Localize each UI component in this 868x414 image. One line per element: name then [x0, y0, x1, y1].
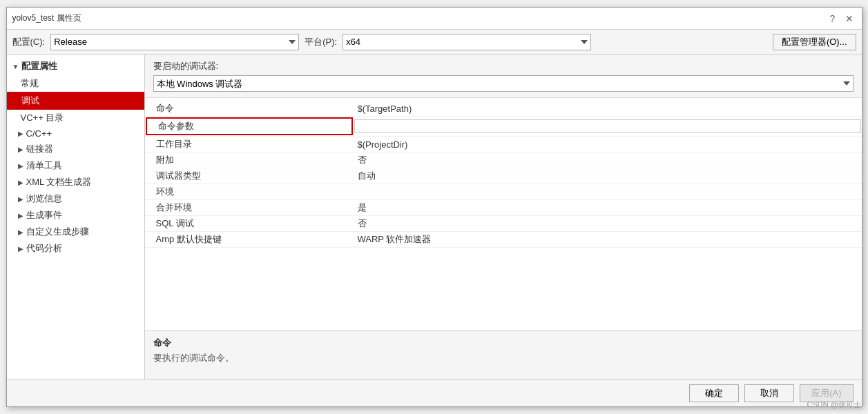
properties-table: 命令 $(TargetPath) 命令参数 工作目录 $(Project — [145, 98, 862, 331]
sidebar: ▼ 配置属性 常规 调试 VC++ 目录 ▶ C/C++ ▶ 链接器 ▶ — [7, 55, 145, 379]
sidebar-group-linker[interactable]: ▶ 链接器 — [7, 141, 144, 157]
sidebar-group-xml-doc[interactable]: ▶ XML 文档生成器 — [7, 174, 144, 190]
sidebar-header-label: 配置属性 — [21, 60, 57, 72]
prop-name-merge-env: 合并环境 — [145, 200, 352, 215]
cancel-button[interactable]: 取消 — [744, 384, 794, 402]
right-panel: 要启动的调试器: 本地 Windows 调试器 命令 $(TargetPath) — [145, 55, 862, 379]
prop-value-amp: WARP 软件加速器 — [352, 232, 862, 247]
prop-value-env — [352, 190, 862, 193]
table-row: 命令 $(TargetPath) — [145, 101, 862, 117]
prop-name-debugger-type: 调试器类型 — [145, 168, 352, 184]
debugger-select-row: 本地 Windows 调试器 — [153, 75, 853, 92]
table-row: 附加 否 — [145, 152, 862, 168]
code-analysis-arrow: ▶ — [18, 245, 23, 253]
table-row: SQL 调试 否 — [145, 216, 862, 232]
linker-arrow: ▶ — [18, 146, 23, 153]
config-manager-button[interactable]: 配置管理器(O)... — [773, 34, 856, 50]
prop-name-cmd-args: 命令参数 — [146, 117, 353, 135]
sidebar-group-custom-build[interactable]: ▶ 自定义生成步骤 — [7, 224, 144, 240]
sidebar-group-cpp[interactable]: ▶ C/C++ — [7, 126, 144, 141]
sidebar-arrow: ▼ — [12, 63, 19, 70]
title-controls: ? ✕ — [826, 12, 856, 26]
description-panel: 命令 要执行的调试命令。 — [145, 331, 862, 379]
window-title: yolov5_test 属性页 — [12, 12, 81, 24]
prop-value-cmd-args[interactable] — [354, 119, 861, 133]
cpp-arrow: ▶ — [18, 130, 23, 137]
description-title: 命令 — [153, 337, 853, 349]
xml-doc-arrow: ▶ — [18, 179, 23, 186]
config-select[interactable]: Release — [50, 34, 299, 50]
platform-select[interactable]: x64 — [343, 34, 591, 50]
table-row: 工作目录 $(ProjectDir) — [145, 137, 862, 152]
prop-value-command: $(TargetPath) — [352, 102, 862, 115]
prop-value-workdir: $(ProjectDir) — [352, 138, 862, 151]
debugger-label: 要启动的调试器: — [153, 60, 853, 72]
table-row: 环境 — [145, 184, 862, 200]
sidebar-item-general[interactable]: 常规 — [7, 75, 144, 92]
browse-arrow: ▶ — [18, 195, 23, 203]
prop-name-amp: Amp 默认快捷键 — [145, 232, 352, 247]
prop-name-sql-debug: SQL 调试 — [145, 216, 352, 231]
config-label: 配置(C): — [12, 36, 46, 48]
sidebar-item-vc-dirs[interactable]: VC++ 目录 — [7, 110, 144, 126]
prop-value-merge-env: 是 — [352, 200, 862, 215]
bottom-bar: 确定 取消 应用(A) — [7, 379, 862, 406]
help-button[interactable]: ? — [826, 12, 840, 26]
custom-build-arrow: ▶ — [18, 228, 23, 236]
title-bar: yolov5_test 属性页 ? ✕ — [7, 8, 862, 30]
watermark: CSDN @张可士 — [807, 400, 861, 410]
description-text: 要执行的调试命令。 — [153, 352, 853, 364]
sidebar-group-code-analysis[interactable]: ▶ 代码分析 — [7, 240, 144, 257]
dialog: yolov5_test 属性页 ? ✕ 配置(C): Release 平台(P)… — [6, 7, 862, 407]
sidebar-group-browse[interactable]: ▶ 浏览信息 — [7, 190, 144, 207]
debugger-select[interactable]: 本地 Windows 调试器 — [153, 75, 853, 92]
close-button[interactable]: ✕ — [842, 12, 856, 26]
prop-name-workdir: 工作目录 — [145, 137, 352, 152]
sidebar-group-build-events[interactable]: ▶ 生成事件 — [7, 207, 144, 224]
platform-label: 平台(P): — [305, 36, 337, 48]
table-row: 命令参数 — [145, 117, 862, 137]
prop-value-attach: 否 — [352, 152, 862, 168]
manifest-arrow: ▶ — [18, 162, 23, 170]
prop-name-command: 命令 — [145, 101, 352, 116]
sidebar-header[interactable]: ▼ 配置属性 — [7, 57, 144, 75]
toolbar: 配置(C): Release 平台(P): x64 配置管理器(O)... — [7, 30, 862, 55]
table-row: 合并环境 是 — [145, 200, 862, 216]
sidebar-group-manifest[interactable]: ▶ 清单工具 — [7, 157, 144, 174]
main-content: ▼ 配置属性 常规 调试 VC++ 目录 ▶ C/C++ ▶ 链接器 ▶ — [7, 55, 862, 379]
table-row: Amp 默认快捷键 WARP 软件加速器 — [145, 232, 862, 248]
ok-button[interactable]: 确定 — [689, 384, 739, 402]
prop-value-sql-debug: 否 — [352, 216, 862, 231]
prop-name-env: 环境 — [145, 184, 352, 199]
sidebar-item-debug[interactable]: 调试 — [7, 92, 144, 110]
table-row: 调试器类型 自动 — [145, 168, 862, 184]
build-events-arrow: ▶ — [18, 212, 23, 219]
prop-name-attach: 附加 — [145, 152, 352, 168]
debugger-section: 要启动的调试器: 本地 Windows 调试器 — [145, 55, 862, 98]
prop-value-debugger-type: 自动 — [352, 168, 862, 184]
